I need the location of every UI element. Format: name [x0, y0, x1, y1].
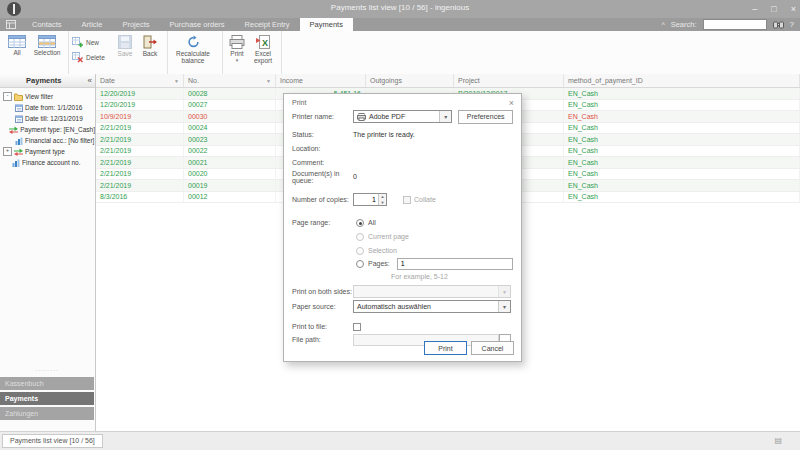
- tree-item-date-from[interactable]: Date from: 1/1/2016: [0, 102, 95, 113]
- print-dropdown-arrow[interactable]: ▾: [236, 58, 239, 62]
- column-header-income[interactable]: Income: [276, 74, 366, 87]
- sidebar-panel-buttons: Kassenbuch Payments Zahlungen: [0, 377, 94, 422]
- radio-current-page[interactable]: [356, 233, 364, 241]
- cancel-button[interactable]: Cancel: [471, 341, 514, 355]
- tab-contacts[interactable]: Contacts: [22, 18, 72, 31]
- table-all-icon: [8, 35, 26, 48]
- cell-date: 10/9/2019: [96, 111, 184, 122]
- ribbon-group-print: Print ▾ X Excel export: [223, 31, 282, 74]
- chart-icon: [12, 159, 20, 167]
- cell-no: 00030: [184, 111, 276, 122]
- cell-no: 00022: [184, 146, 276, 157]
- column-header-outgoings[interactable]: Outgoings: [366, 74, 454, 87]
- payment-type-icon: [9, 126, 18, 134]
- spin-down-icon[interactable]: ▼: [379, 200, 386, 206]
- tab-projects[interactable]: Projects: [112, 18, 159, 31]
- delete-icon: [72, 52, 83, 63]
- collate-checkbox[interactable]: [403, 196, 411, 204]
- selection-button[interactable]: Selection: [33, 33, 61, 64]
- save-button[interactable]: Save: [114, 33, 136, 64]
- printer-name-combo[interactable]: Adobe PDF ▾: [353, 110, 452, 123]
- recalculate-balance-button[interactable]: Recalculate balance: [171, 33, 215, 64]
- column-header-date[interactable]: Date ▼: [96, 74, 184, 87]
- cell-method: EN_Cash: [564, 100, 800, 111]
- back-button[interactable]: Back: [138, 33, 162, 64]
- excel-export-icon: X: [256, 35, 270, 49]
- copies-input[interactable]: [354, 194, 378, 205]
- tab-payments[interactable]: Payments: [300, 18, 353, 31]
- cell-date: 2/21/2019: [96, 146, 184, 157]
- filter-icon[interactable]: ▼: [266, 78, 271, 84]
- radio-all[interactable]: [356, 219, 364, 227]
- collapse-ribbon-icon[interactable]: ^: [661, 21, 664, 28]
- print-to-file-checkbox[interactable]: [353, 323, 361, 331]
- close-button[interactable]: ×: [791, 4, 796, 14]
- maximize-button[interactable]: □: [771, 4, 776, 14]
- sidebar: Payments « - View filter Date from: 1/1/…: [0, 74, 96, 432]
- calendar-icon: [15, 115, 23, 123]
- cell-date: 12/20/2019: [96, 100, 184, 111]
- cell-date: 2/21/2019: [96, 134, 184, 145]
- tree-item-date-till[interactable]: Date till: 12/31/2019: [0, 113, 95, 124]
- dialog-close-icon[interactable]: ×: [509, 98, 514, 108]
- queue-value: 0: [353, 173, 357, 180]
- tree-item-payment-type[interactable]: + Payment type: [0, 146, 95, 157]
- new-icon: [72, 37, 83, 48]
- tab-article[interactable]: Article: [72, 18, 113, 31]
- combo-arrow-icon[interactable]: ▾: [498, 301, 510, 312]
- radio-selection[interactable]: [356, 247, 364, 255]
- cell-method: EN_Cash: [564, 169, 800, 180]
- cell-method: EN_Cash: [564, 180, 800, 191]
- expander-plus-icon[interactable]: +: [3, 147, 12, 156]
- layout-grip-icon[interactable]: ▤: [774, 436, 782, 446]
- copies-spinner[interactable]: ▲ ▼: [353, 193, 387, 206]
- new-button[interactable]: New: [72, 37, 112, 48]
- pages-input[interactable]: [397, 258, 513, 270]
- sidebar-title: Payments: [0, 76, 88, 85]
- tree-item-view-filter[interactable]: - View filter: [0, 91, 95, 102]
- panel-kassenbuch[interactable]: Kassenbuch: [0, 377, 94, 390]
- both-sides-label: Print on both sides:: [292, 288, 353, 295]
- find-icon[interactable]: [773, 20, 784, 29]
- titlebar: Payments list view [10 / 56] - ingenious…: [0, 0, 800, 18]
- radio-pages[interactable]: [356, 260, 364, 268]
- cell-no: 00023: [184, 134, 276, 145]
- tab-receipt-entry[interactable]: Receipt Entry: [235, 18, 300, 31]
- print-button[interactable]: Print: [424, 341, 467, 355]
- app-menu-button[interactable]: [0, 18, 22, 31]
- excel-export-button[interactable]: X Excel export: [250, 33, 276, 64]
- minimize-button[interactable]: –: [752, 4, 757, 14]
- window-title: Payments list view [10 / 56] - ingenious: [0, 3, 800, 12]
- cell-method: EN_Cash: [564, 88, 800, 99]
- collapse-sidebar-button[interactable]: «: [88, 76, 95, 85]
- tree-item-payment-type-filter[interactable]: Payment type: [EN_Cash]: [0, 124, 95, 135]
- filter-icon[interactable]: ▼: [174, 78, 179, 84]
- print-to-file-label: Print to file:: [292, 323, 353, 330]
- tree-item-finance-account-no[interactable]: Finance account no.: [0, 157, 95, 168]
- expander-minus-icon[interactable]: -: [3, 92, 12, 101]
- tab-purchase-orders[interactable]: Purchase orders: [160, 18, 235, 31]
- queue-label: Document(s) in queue:: [292, 170, 353, 184]
- column-header-no[interactable]: No. ▼: [184, 74, 276, 87]
- combo-arrow-icon[interactable]: ▾: [439, 111, 451, 122]
- panel-zahlungen[interactable]: Zahlungen: [0, 407, 94, 420]
- cell-method: EN_Cash: [564, 192, 800, 203]
- preferences-button[interactable]: Preferences: [458, 110, 513, 124]
- tree-item-financial-acc-filter[interactable]: Financial acc.: [No filter]: [0, 135, 95, 146]
- all-button[interactable]: All: [3, 33, 31, 64]
- column-header-method-of-payment[interactable]: method_of_payment_ID: [564, 74, 800, 87]
- panel-payments[interactable]: Payments: [0, 392, 94, 405]
- cell-date: 2/21/2019: [96, 123, 184, 134]
- search-input[interactable]: [703, 19, 767, 30]
- printer-name-value: Adobe PDF: [369, 113, 405, 120]
- print-ribbon-button[interactable]: Print ▾: [226, 33, 248, 64]
- help-icon[interactable]: ?: [790, 20, 794, 29]
- chart-icon: [15, 137, 23, 145]
- document-tab[interactable]: Payments list view [10 / 56]: [2, 434, 103, 448]
- ribbon-group-edit-payments: New Delete Save: [69, 31, 168, 74]
- paper-source-select[interactable]: Automatisch auswählen ▾: [353, 300, 511, 313]
- both-sides-select[interactable]: ▾: [353, 285, 511, 298]
- column-header-project[interactable]: Project: [454, 74, 564, 87]
- delete-button[interactable]: Delete: [72, 52, 112, 63]
- splitter-handle[interactable]: ········: [0, 366, 94, 374]
